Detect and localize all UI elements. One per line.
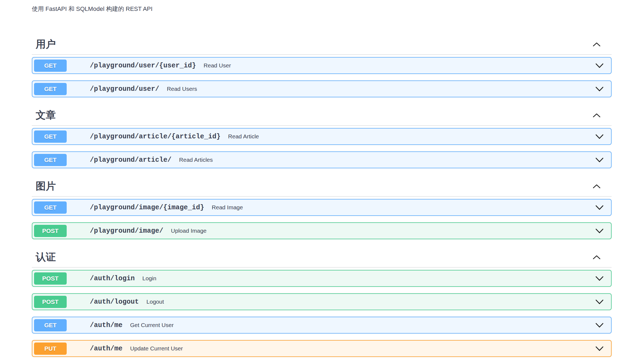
endpoint-row[interactable]: GET /playground/user/{user_id} Read User — [32, 57, 612, 74]
endpoint-summary: Login — [142, 275, 156, 282]
method-badge: POST — [34, 225, 67, 237]
endpoint-list: GET /playground/image/{image_id} Read Im… — [32, 197, 612, 239]
endpoint-path: /playground/user/ — [90, 85, 159, 93]
endpoint-path: /playground/article/ — [90, 156, 171, 164]
endpoint-row[interactable]: GET /auth/me Get Current User — [32, 317, 612, 334]
api-docs-page: 使用 FastAPI 和 SQLModel 构建的 REST API 用户 GE… — [32, 0, 612, 357]
endpoint-list: POST /auth/login Login POST /auth/logout… — [32, 267, 612, 357]
endpoint-path: /auth/login — [90, 275, 135, 282]
section-header[interactable]: 认证 — [32, 252, 612, 267]
endpoint-row[interactable]: PUT /auth/me Update Current User — [32, 340, 612, 357]
endpoint-list: GET /playground/user/{user_id} Read User… — [32, 55, 612, 97]
chevron-down-icon[interactable] — [595, 322, 604, 328]
method-badge: POST — [34, 296, 67, 308]
chevron-down-icon[interactable] — [595, 228, 604, 234]
chevron-down-icon[interactable] — [595, 157, 604, 163]
api-description: 使用 FastAPI 和 SQLModel 构建的 REST API — [32, 0, 612, 13]
endpoint-path: /auth/me — [90, 321, 122, 329]
section-header[interactable]: 图片 — [32, 181, 612, 197]
chevron-down-icon[interactable] — [595, 205, 604, 210]
endpoint-summary: Get Current User — [130, 322, 174, 328]
chevron-down-icon[interactable] — [595, 86, 604, 92]
section-title: 文章 — [36, 110, 56, 120]
method-badge: GET — [34, 130, 67, 143]
chevron-up-icon[interactable] — [593, 113, 601, 118]
endpoint-row[interactable]: POST /playground/image/ Upload Image — [32, 222, 612, 239]
chevron-down-icon[interactable] — [595, 134, 604, 139]
chevron-up-icon[interactable] — [593, 255, 601, 260]
endpoint-row[interactable]: GET /playground/image/{image_id} Read Im… — [32, 199, 612, 216]
endpoint-list: GET /playground/article/{article_id} Rea… — [32, 126, 612, 168]
api-tag-section: 文章 GET /playground/article/{article_id} … — [32, 110, 612, 168]
endpoint-row[interactable]: GET /playground/user/ Read Users — [32, 80, 612, 97]
endpoint-summary: Read Article — [228, 133, 259, 140]
endpoint-path: /auth/logout — [90, 298, 139, 306]
endpoint-path: /playground/user/{user_id} — [90, 62, 196, 70]
endpoint-row[interactable]: GET /playground/article/ Read Articles — [32, 151, 612, 168]
chevron-up-icon[interactable] — [593, 184, 601, 189]
endpoint-row[interactable]: GET /playground/article/{article_id} Rea… — [32, 128, 612, 145]
endpoint-summary: Logout — [146, 298, 164, 305]
section-header[interactable]: 文章 — [32, 110, 612, 126]
method-badge: POST — [34, 272, 67, 285]
endpoint-summary: Read Image — [212, 204, 243, 211]
endpoint-path: /playground/article/{article_id} — [90, 133, 220, 141]
chevron-down-icon[interactable] — [595, 276, 604, 281]
chevron-down-icon[interactable] — [595, 346, 604, 351]
api-tag-section: 用户 GET /playground/user/{user_id} Read U… — [32, 39, 612, 97]
endpoint-summary: Read Users — [167, 86, 197, 92]
section-title: 认证 — [36, 252, 56, 262]
method-badge: GET — [34, 201, 67, 214]
endpoint-summary: Update Current User — [130, 345, 183, 352]
endpoint-summary: Read User — [204, 62, 231, 69]
section-header[interactable]: 用户 — [32, 39, 612, 55]
api-tag-section: 图片 GET /playground/image/{image_id} Read… — [32, 181, 612, 239]
method-badge: GET — [34, 83, 67, 95]
endpoint-path: /playground/image/ — [90, 227, 163, 235]
endpoint-path: /playground/image/{image_id} — [90, 204, 204, 211]
section-title: 用户 — [36, 39, 56, 49]
method-badge: GET — [34, 154, 67, 166]
section-title: 图片 — [36, 181, 56, 191]
endpoint-summary: Upload Image — [171, 228, 207, 234]
endpoint-summary: Read Articles — [179, 157, 213, 163]
method-badge: PUT — [34, 343, 67, 355]
api-sections: 用户 GET /playground/user/{user_id} Read U… — [32, 39, 612, 357]
endpoint-row[interactable]: POST /auth/login Login — [32, 270, 612, 287]
method-badge: GET — [34, 319, 67, 331]
chevron-down-icon[interactable] — [595, 299, 604, 305]
api-tag-section: 认证 POST /auth/login Login POST /auth/log… — [32, 252, 612, 357]
endpoint-row[interactable]: POST /auth/logout Logout — [32, 293, 612, 310]
endpoint-path: /auth/me — [90, 345, 122, 353]
chevron-down-icon[interactable] — [595, 63, 604, 69]
method-badge: GET — [34, 60, 67, 72]
chevron-up-icon[interactable] — [593, 42, 601, 47]
